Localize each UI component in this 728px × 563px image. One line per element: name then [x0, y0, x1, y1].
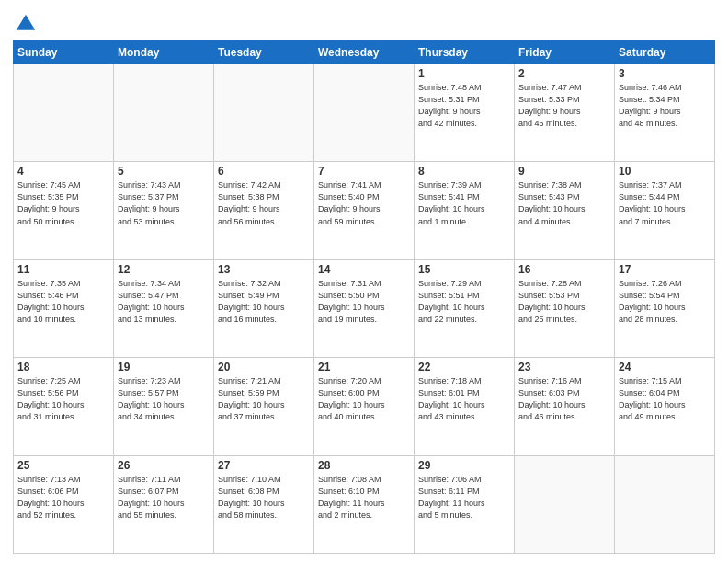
- day-info: Sunrise: 7:23 AMSunset: 5:57 PMDaylight:…: [118, 375, 210, 423]
- day-info: Sunrise: 7:25 AMSunset: 5:56 PMDaylight:…: [17, 375, 109, 423]
- calendar-cell: 5Sunrise: 7:43 AMSunset: 5:37 PMDaylight…: [114, 162, 214, 259]
- calendar-cell: 7Sunrise: 7:41 AMSunset: 5:40 PMDaylight…: [314, 162, 415, 259]
- day-number: 13: [218, 263, 310, 276]
- week-row-0: 1Sunrise: 7:48 AMSunset: 5:31 PMDaylight…: [14, 64, 715, 162]
- day-number: 23: [518, 361, 610, 373]
- calendar-cell: 25Sunrise: 7:13 AMSunset: 6:06 PMDayligh…: [14, 455, 114, 553]
- day-number: 25: [17, 459, 109, 472]
- calendar-cell: 14Sunrise: 7:31 AMSunset: 5:50 PMDayligh…: [314, 259, 415, 357]
- day-number: 15: [418, 263, 510, 276]
- day-info: Sunrise: 7:18 AMSunset: 6:01 PMDaylight:…: [418, 375, 510, 423]
- weekday-header-tuesday: Tuesday: [214, 41, 314, 64]
- day-number: 9: [518, 165, 610, 178]
- day-number: 14: [318, 263, 410, 276]
- day-info: Sunrise: 7:34 AMSunset: 5:47 PMDaylight:…: [118, 278, 210, 326]
- day-number: 1: [418, 67, 510, 80]
- weekday-header-thursday: Thursday: [415, 41, 515, 64]
- week-row-2: 11Sunrise: 7:35 AMSunset: 5:46 PMDayligh…: [14, 259, 715, 357]
- day-info: Sunrise: 7:47 AMSunset: 5:33 PMDaylight:…: [518, 82, 610, 130]
- calendar-cell: 18Sunrise: 7:25 AMSunset: 5:56 PMDayligh…: [14, 358, 114, 455]
- calendar-cell: 1Sunrise: 7:48 AMSunset: 5:31 PMDaylight…: [415, 64, 515, 162]
- calendar-cell: 16Sunrise: 7:28 AMSunset: 5:53 PMDayligh…: [515, 259, 615, 357]
- day-number: 6: [218, 165, 310, 178]
- day-info: Sunrise: 7:08 AMSunset: 6:10 PMDaylight:…: [318, 474, 410, 522]
- day-number: 4: [17, 165, 109, 178]
- calendar-cell: 20Sunrise: 7:21 AMSunset: 5:59 PMDayligh…: [214, 358, 314, 455]
- day-info: Sunrise: 7:37 AMSunset: 5:44 PMDaylight:…: [619, 179, 711, 227]
- day-number: 8: [418, 165, 510, 178]
- day-number: 24: [619, 361, 711, 373]
- day-number: 27: [218, 459, 310, 472]
- day-number: 16: [518, 263, 610, 276]
- day-info: Sunrise: 7:45 AMSunset: 5:35 PMDaylight:…: [17, 179, 109, 227]
- svg-marker-0: [17, 15, 36, 30]
- day-number: 5: [118, 165, 210, 178]
- calendar-cell: 12Sunrise: 7:34 AMSunset: 5:47 PMDayligh…: [114, 259, 214, 357]
- page: SundayMondayTuesdayWednesdayThursdayFrid…: [0, 0, 728, 563]
- calendar-cell: 27Sunrise: 7:10 AMSunset: 6:08 PMDayligh…: [214, 455, 314, 553]
- day-info: Sunrise: 7:48 AMSunset: 5:31 PMDaylight:…: [418, 82, 510, 130]
- day-number: 10: [619, 165, 711, 178]
- day-info: Sunrise: 7:16 AMSunset: 6:03 PMDaylight:…: [518, 375, 610, 423]
- calendar-table: SundayMondayTuesdayWednesdayThursdayFrid…: [13, 40, 715, 554]
- calendar-cell: 23Sunrise: 7:16 AMSunset: 6:03 PMDayligh…: [515, 358, 615, 455]
- day-info: Sunrise: 7:13 AMSunset: 6:06 PMDaylight:…: [17, 474, 109, 522]
- weekday-header-sunday: Sunday: [14, 41, 114, 64]
- week-row-1: 4Sunrise: 7:45 AMSunset: 5:35 PMDaylight…: [14, 162, 715, 259]
- calendar-cell: [14, 64, 114, 162]
- weekday-header-monday: Monday: [114, 41, 214, 64]
- day-number: 3: [619, 67, 711, 80]
- day-number: 29: [418, 459, 510, 472]
- calendar-cell: 28Sunrise: 7:08 AMSunset: 6:10 PMDayligh…: [314, 455, 415, 553]
- day-number: 2: [518, 67, 610, 80]
- day-info: Sunrise: 7:10 AMSunset: 6:08 PMDaylight:…: [218, 474, 310, 522]
- weekday-header-saturday: Saturday: [615, 41, 715, 64]
- day-info: Sunrise: 7:28 AMSunset: 5:53 PMDaylight:…: [518, 278, 610, 326]
- weekday-header-friday: Friday: [515, 41, 615, 64]
- day-info: Sunrise: 7:20 AMSunset: 6:00 PMDaylight:…: [318, 375, 410, 423]
- day-number: 20: [218, 361, 310, 373]
- calendar-cell: [615, 455, 715, 553]
- calendar-cell: 15Sunrise: 7:29 AMSunset: 5:51 PMDayligh…: [415, 259, 515, 357]
- calendar-cell: 22Sunrise: 7:18 AMSunset: 6:01 PMDayligh…: [415, 358, 515, 455]
- calendar-cell: [515, 455, 615, 553]
- day-number: 22: [418, 361, 510, 373]
- calendar-cell: 29Sunrise: 7:06 AMSunset: 6:11 PMDayligh…: [415, 455, 515, 553]
- calendar-cell: 10Sunrise: 7:37 AMSunset: 5:44 PMDayligh…: [615, 162, 715, 259]
- day-number: 7: [318, 165, 410, 178]
- day-number: 26: [118, 459, 210, 472]
- header: [13, 9, 715, 35]
- day-info: Sunrise: 7:35 AMSunset: 5:46 PMDaylight:…: [17, 278, 109, 326]
- calendar-cell: [214, 64, 314, 162]
- day-number: 21: [318, 361, 410, 373]
- calendar-cell: 11Sunrise: 7:35 AMSunset: 5:46 PMDayligh…: [14, 259, 114, 357]
- calendar-cell: 19Sunrise: 7:23 AMSunset: 5:57 PMDayligh…: [114, 358, 214, 455]
- day-info: Sunrise: 7:38 AMSunset: 5:43 PMDaylight:…: [518, 179, 610, 227]
- calendar-cell: 6Sunrise: 7:42 AMSunset: 5:38 PMDaylight…: [214, 162, 314, 259]
- calendar-cell: 24Sunrise: 7:15 AMSunset: 6:04 PMDayligh…: [615, 358, 715, 455]
- week-row-3: 18Sunrise: 7:25 AMSunset: 5:56 PMDayligh…: [14, 358, 715, 455]
- day-info: Sunrise: 7:43 AMSunset: 5:37 PMDaylight:…: [118, 179, 210, 227]
- week-row-4: 25Sunrise: 7:13 AMSunset: 6:06 PMDayligh…: [14, 455, 715, 553]
- calendar-cell: [114, 64, 214, 162]
- day-number: 19: [118, 361, 210, 373]
- day-number: 18: [17, 361, 109, 373]
- weekday-header-row: SundayMondayTuesdayWednesdayThursdayFrid…: [14, 41, 715, 64]
- logo: [13, 13, 37, 35]
- logo-icon: [15, 13, 37, 35]
- day-info: Sunrise: 7:32 AMSunset: 5:49 PMDaylight:…: [218, 278, 310, 326]
- calendar-cell: [314, 64, 415, 162]
- calendar-cell: 13Sunrise: 7:32 AMSunset: 5:49 PMDayligh…: [214, 259, 314, 357]
- weekday-header-wednesday: Wednesday: [314, 41, 415, 64]
- day-number: 12: [118, 263, 210, 276]
- day-info: Sunrise: 7:21 AMSunset: 5:59 PMDaylight:…: [218, 375, 310, 423]
- day-number: 17: [619, 263, 711, 276]
- calendar-cell: 21Sunrise: 7:20 AMSunset: 6:00 PMDayligh…: [314, 358, 415, 455]
- day-info: Sunrise: 7:42 AMSunset: 5:38 PMDaylight:…: [218, 179, 310, 227]
- day-info: Sunrise: 7:41 AMSunset: 5:40 PMDaylight:…: [318, 179, 410, 227]
- day-info: Sunrise: 7:29 AMSunset: 5:51 PMDaylight:…: [418, 278, 510, 326]
- day-info: Sunrise: 7:39 AMSunset: 5:41 PMDaylight:…: [418, 179, 510, 227]
- day-number: 11: [17, 263, 109, 276]
- day-info: Sunrise: 7:26 AMSunset: 5:54 PMDaylight:…: [619, 278, 711, 326]
- calendar-cell: 3Sunrise: 7:46 AMSunset: 5:34 PMDaylight…: [615, 64, 715, 162]
